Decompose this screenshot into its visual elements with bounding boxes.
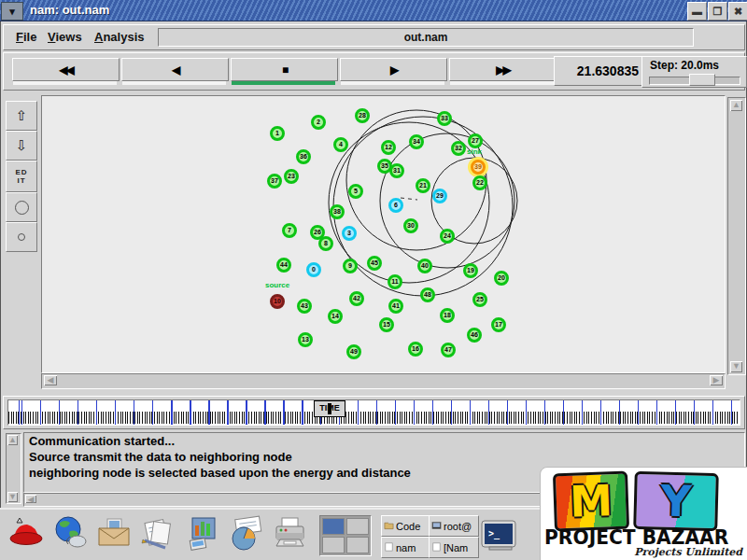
node-29[interactable]: 29 [432, 189, 447, 203]
scroll-up-icon[interactable]: ▲ [730, 100, 742, 111]
svg-text:>_: >_ [488, 528, 500, 539]
node-34[interactable]: 34 [409, 134, 424, 149]
node-13[interactable]: 13 [298, 332, 313, 347]
menu-views[interactable]: Views [48, 25, 84, 44]
node-43[interactable]: 43 [297, 299, 312, 314]
task-button-root[interactable]: root@ [429, 515, 479, 537]
node-5[interactable]: 5 [348, 184, 363, 199]
stop-button[interactable]: ■ [231, 58, 338, 81]
step-back-button[interactable]: ◀ [121, 58, 229, 81]
fast-forward-button[interactable]: ▶▶ [449, 58, 557, 81]
logo-tagline: Projects Unlimited [634, 546, 742, 558]
scroll-down-icon[interactable]: ▼ [730, 361, 742, 372]
node-3[interactable]: 3 [342, 226, 357, 241]
node-size-small-button[interactable] [6, 222, 37, 252]
node-8[interactable]: 8 [318, 236, 333, 251]
source-label: source [265, 281, 289, 289]
pie-chart-launcher[interactable] [225, 513, 266, 556]
node-9[interactable]: 9 [343, 259, 358, 273]
window-menu-icon[interactable]: ▾ [1, 2, 23, 21]
node-44[interactable]: 44 [276, 258, 291, 273]
canvas-vertical-scrollbar[interactable]: ▲ ▼ [727, 97, 746, 375]
console-scroll-left-icon[interactable]: ◀ [25, 495, 36, 503]
rewind-button[interactable]: ◀◀ [12, 58, 120, 81]
node-14[interactable]: 14 [328, 309, 343, 324]
node-15[interactable]: 15 [379, 317, 394, 332]
node-2[interactable]: 2 [311, 115, 326, 130]
scroll-left-icon[interactable]: ◀ [44, 375, 57, 385]
task-button-label: nam [396, 542, 416, 553]
menu-file[interactable]: File [16, 25, 38, 44]
node-33[interactable]: 33 [437, 111, 452, 126]
node-23[interactable]: 23 [284, 169, 299, 184]
node-39[interactable]: 39 [471, 160, 486, 175]
terminal-launcher[interactable]: >_ [478, 513, 519, 556]
node-28[interactable]: 28 [355, 108, 370, 123]
console-vertical-scrollbar[interactable]: ▲ ▼ [6, 433, 21, 504]
node-12[interactable]: 12 [381, 140, 396, 155]
console-scroll-up-icon[interactable]: ▲ [7, 435, 18, 445]
node-22[interactable]: 22 [472, 175, 487, 190]
node-7[interactable]: 7 [282, 223, 297, 238]
node-6[interactable]: 6 [388, 198, 403, 213]
console-scroll-down-icon[interactable]: ▼ [7, 492, 18, 502]
web-browser-launcher[interactable] [49, 513, 91, 556]
scroll-right-icon[interactable]: ▶ [710, 375, 723, 385]
node-30[interactable]: 30 [403, 218, 418, 233]
close-icon[interactable]: ✖ [728, 2, 747, 21]
node-36[interactable]: 36 [296, 149, 311, 164]
node-size-large-button[interactable] [6, 192, 37, 222]
task-button-nam[interactable]: nam [381, 537, 431, 558]
node-20[interactable]: 20 [494, 271, 509, 286]
workspace-switcher[interactable] [319, 515, 372, 556]
node-48[interactable]: 48 [420, 287, 435, 302]
node-25[interactable]: 25 [472, 292, 487, 307]
node-42[interactable]: 42 [349, 291, 364, 306]
node-27[interactable]: 27 [468, 133, 483, 148]
edit-button[interactable]: ED IT [6, 161, 37, 192]
node-40[interactable]: 40 [417, 259, 432, 273]
step-slider-thumb[interactable] [689, 74, 715, 86]
node-21[interactable]: 21 [416, 178, 430, 193]
time-slider-track[interactable]: TIME [7, 399, 740, 426]
node-41[interactable]: 41 [388, 299, 403, 314]
email-launcher[interactable] [93, 513, 134, 556]
node-17[interactable]: 17 [491, 317, 506, 332]
canvas-horizontal-scrollbar[interactable]: ◀ ▶ [41, 373, 726, 389]
workspace-2[interactable] [346, 518, 369, 535]
menu-analysis[interactable]: Analysis [94, 25, 146, 44]
node-4[interactable]: 4 [333, 137, 348, 152]
node-19[interactable]: 19 [463, 263, 478, 278]
node-10[interactable]: 10 [270, 294, 285, 309]
workspace-1-current[interactable] [322, 518, 345, 535]
task-button-code[interactable]: Code [381, 515, 431, 537]
node-37[interactable]: 37 [267, 174, 282, 189]
workspace-3[interactable] [322, 537, 345, 553]
node-18[interactable]: 18 [440, 308, 455, 323]
node-38[interactable]: 38 [330, 204, 345, 219]
red-hat-launcher[interactable] [6, 513, 47, 556]
network-animation-canvas[interactable]: 122833434273236123531233739sink222152963… [41, 95, 726, 373]
node-31[interactable]: 31 [389, 163, 404, 178]
task-button-nam[interactable]: [Nam [429, 537, 479, 558]
documents-launcher[interactable] [137, 513, 178, 556]
node-49[interactable]: 49 [346, 344, 361, 359]
node-16[interactable]: 16 [408, 342, 423, 357]
minimize-icon[interactable]: ▬ [687, 2, 707, 21]
node-32[interactable]: 32 [451, 141, 466, 156]
node-11[interactable]: 11 [388, 274, 402, 289]
node-1[interactable]: 1 [270, 126, 285, 141]
node-0[interactable]: 0 [306, 262, 321, 277]
node-24[interactable]: 24 [440, 229, 455, 244]
node-45[interactable]: 45 [367, 256, 382, 271]
node-47[interactable]: 47 [441, 343, 456, 357]
node-46[interactable]: 46 [467, 328, 482, 343]
zoom-out-button[interactable]: ⇩ [6, 131, 37, 161]
time-marker-handle[interactable]: TIME [314, 400, 345, 417]
restore-icon[interactable]: ❐ [708, 2, 727, 21]
zoom-in-button[interactable]: ⇧ [6, 101, 37, 131]
workspace-4[interactable] [346, 537, 369, 553]
play-button[interactable]: ▶ [340, 58, 447, 81]
chart-launcher[interactable] [181, 513, 222, 556]
printer-launcher[interactable] [269, 513, 310, 556]
